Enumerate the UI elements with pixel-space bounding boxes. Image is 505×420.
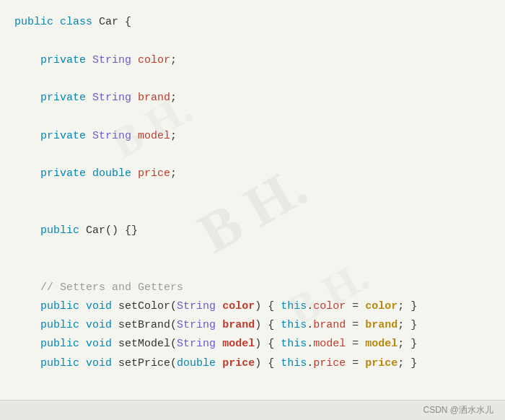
code-line-3: private String color; <box>0 51 505 70</box>
code-line-4 <box>0 70 505 89</box>
code-line-19: public void setPrice(double price) { thi… <box>0 354 505 373</box>
code-line-5: private String brand; <box>0 89 505 108</box>
code-line-1: public class Car { <box>0 13 505 32</box>
footer-bar: CSDN @洒水水儿 <box>0 400 505 420</box>
code-line-6 <box>0 108 505 126</box>
code-line-7: private String model; <box>0 127 505 146</box>
code-line-11 <box>0 203 505 222</box>
code-line-18: public void setModel(String model) { thi… <box>0 335 505 354</box>
code-line-2 <box>0 32 505 51</box>
code-line-12: public Car() {} <box>0 222 505 240</box>
code-line-10 <box>0 183 505 202</box>
code-line-14 <box>0 259 505 278</box>
code-line-8 <box>0 146 505 165</box>
footer-text: CSDN @洒水水儿 <box>423 404 493 416</box>
code-line-20 <box>0 373 505 392</box>
code-line-17: public void setBrand(String brand) { thi… <box>0 316 505 335</box>
code-line-9: private double price; <box>0 165 505 183</box>
code-line-15: // Setters and Getters <box>0 279 505 297</box>
code-container: B H. B H. B H. public class Car { privat… <box>0 0 505 420</box>
code-line-13 <box>0 240 505 259</box>
code-line-16: public void setColor(String color) { thi… <box>0 297 505 316</box>
